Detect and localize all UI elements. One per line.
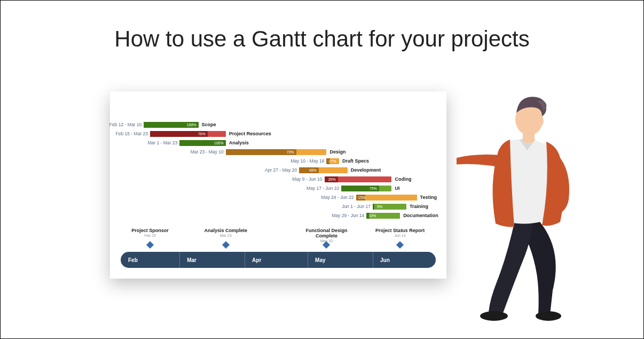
svg-point-4 [538,117,544,126]
gantt-row: Mar 1 - Mar 23100%Analysis [121,139,436,147]
task-percent: 20% [325,176,338,182]
milestone: Project SponsorFeb 15 [118,228,182,237]
axis-tick [308,251,308,269]
task-name: Analysis [229,139,249,147]
task-name: UI [395,184,399,192]
task-date-range: May 9 - Jun 10 [292,175,322,183]
task-date-range: Apr 27 - May 20 [265,166,297,174]
task-percent: 75% [341,186,379,191]
axis-tick [245,251,245,269]
task-percent: 10% [366,213,378,219]
axis-tick [179,251,180,269]
task-percent: 40% [299,167,318,173]
axis-month: Feb [128,257,138,263]
gantt-row: Feb 12 - Mar 10100%Scope [121,121,436,129]
milestone: Analysis CompleteMar 23 [194,228,258,237]
gantt-row: May 29 - Jun 1410%Documentation [121,212,436,220]
task-percent: 100% [179,140,226,146]
axis-month: Mar [187,257,197,263]
task-name: Coding [395,175,411,183]
task-name: Testing [420,194,437,202]
gantt-row: May 9 - Jun 1020%Coding [121,175,436,183]
milestone-date: Jun 14 [368,234,432,237]
gantt-row: May 17 - Jun 1075%UI [121,184,436,192]
milestone-date: Mar 23 [194,234,258,237]
diamond-icon [222,241,230,249]
task-percent: 76% [150,131,208,137]
gantt-card: Feb 12 - Mar 10100%ScopeFeb 15 - Mar 237… [110,91,446,279]
axis-month: Apr [252,257,261,263]
gantt-row: May 24 - Jun 2215%Testing [121,194,436,202]
task-percent: 15% [356,195,368,201]
task-date-range: May 10 - May 16 [290,157,324,165]
gantt-row: Feb 15 - Mar 2376%Project Resources [121,130,436,138]
task-percent: 100% [144,122,198,128]
gantt-rows: Feb 12 - Mar 10100%ScopeFeb 15 - Mar 237… [121,121,436,220]
task-name: Design [329,148,345,156]
task-percent: 27% [326,158,338,164]
milestone-date: Feb 15 [118,234,182,237]
person-illustration [457,82,595,322]
axis-month: Jun [380,257,390,263]
page-title: How to use a Gantt chart for your projec… [1,26,643,52]
task-date-range: May 29 - Jun 14 [332,212,364,220]
task-date-range: Mar 1 - Mar 23 [147,139,177,147]
gantt-row: May 10 - May 1627%Draft Specs [121,157,436,165]
milestone: Project Status ReportJun 14 [368,228,432,237]
task-date-range: Feb 15 - Mar 23 [116,130,148,138]
gantt-milestones: Project SponsorFeb 15Analysis CompleteMa… [121,228,436,246]
task-name: Development [351,166,381,174]
milestone-name: Project Status Report [368,228,432,233]
svg-point-0 [536,311,561,321]
svg-point-1 [480,311,508,321]
task-date-range: Feb 12 - Mar 10 [109,121,142,129]
milestone-name: Analysis Complete [194,228,258,233]
task-percent: 70% [226,149,296,155]
task-name: Documentation [403,212,438,220]
task-percent: 5% [373,204,384,210]
task-date-range: May 17 - Jun 10 [307,184,339,192]
task-date-range: May 24 - Jun 22 [321,194,354,202]
diamond-icon [146,241,154,249]
milestone-name: Functional Design Complete [294,228,358,238]
gantt-row: Apr 27 - May 2040%Development [121,166,436,174]
axis-month: May [315,257,325,263]
task-date-range: Jun 1 - Jun 17 [342,203,371,211]
task-name: Training [410,203,428,211]
gantt-row: Mar 23 - May 1070%Design [121,148,436,156]
gantt-axis: FebMarAprMayJun [121,252,436,268]
gantt-row: Jun 1 - Jun 175%Training [121,203,436,211]
milestone-name: Project Sponsor [118,228,182,233]
task-name: Scope [202,121,216,129]
task-name: Draft Specs [342,157,369,165]
milestone: Functional Design CompleteMay 10 [294,228,358,243]
task-name: Project Resources [229,130,271,138]
task-date-range: Mar 23 - May 10 [191,148,224,156]
axis-tick [373,251,373,269]
diamond-icon [396,241,404,249]
